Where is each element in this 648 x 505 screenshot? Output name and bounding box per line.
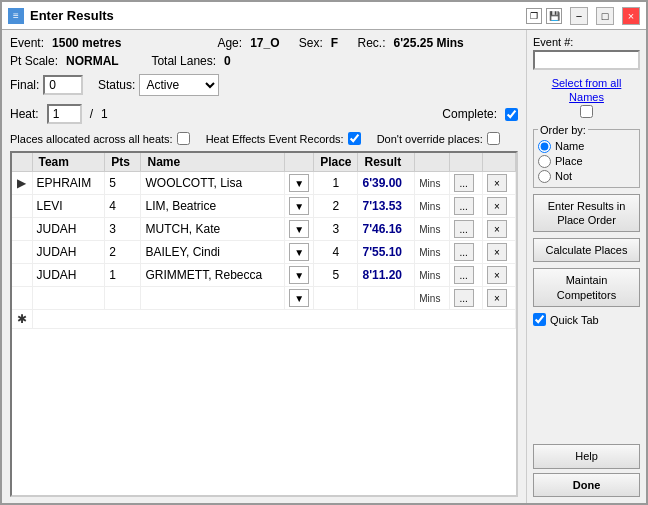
- age-label: Age:: [217, 36, 242, 50]
- enter-results-button[interactable]: Enter Results in Place Order: [533, 194, 640, 233]
- row-dropdown-btn[interactable]: ▼: [289, 243, 309, 261]
- heat-input[interactable]: [47, 104, 82, 124]
- save-icon-btn[interactable]: 💾: [546, 8, 562, 24]
- row-marker: [12, 287, 32, 310]
- row-marker: ▶: [12, 172, 32, 195]
- row-dropdown-cell: ▼: [285, 264, 314, 287]
- title-bar-left: ≡ Enter Results: [8, 8, 114, 24]
- row-dropdown-cell: ▼: [285, 172, 314, 195]
- row-unit: Mins: [415, 172, 449, 195]
- row-close-btn[interactable]: ×: [487, 289, 507, 307]
- radio-group: Name Place Not: [538, 140, 635, 183]
- main-panel: Event: 1500 metres Age: 17_O Sex: F Rec.…: [2, 30, 526, 503]
- row-action1-cell: ...: [449, 172, 482, 195]
- heat-effects-checkbox[interactable]: [348, 132, 361, 145]
- window-icon: ≡: [8, 8, 24, 24]
- col-unit: [415, 153, 449, 172]
- row-dropdown-btn[interactable]: ▼: [289, 174, 309, 192]
- quick-tab-label: Quick Tab: [550, 314, 599, 326]
- complete-checkbox[interactable]: [505, 108, 518, 121]
- heat-label: Heat:: [10, 107, 39, 121]
- radio-not-input[interactable]: [538, 170, 551, 183]
- no-override-checkbox[interactable]: [487, 132, 500, 145]
- row-close-btn[interactable]: ×: [487, 266, 507, 284]
- minimize-button[interactable]: −: [570, 7, 588, 25]
- col-place: Place: [314, 153, 358, 172]
- radio-place[interactable]: Place: [538, 155, 635, 168]
- close-button[interactable]: ×: [622, 7, 640, 25]
- calculate-places-button[interactable]: Calculate Places: [533, 238, 640, 262]
- select-all-group: Select from all Names: [533, 76, 640, 118]
- row-action2-cell: ×: [482, 264, 515, 287]
- row-dots-btn[interactable]: ...: [454, 266, 474, 284]
- row-dropdown-cell: ▼: [285, 195, 314, 218]
- final-input[interactable]: [43, 75, 83, 95]
- table-row: JUDAH 2 BAILEY, Cindi ▼ 4 7'55.10 Mins .…: [12, 241, 516, 264]
- row-place: 5: [314, 264, 358, 287]
- row-team: JUDAH: [32, 218, 105, 241]
- row-name: BAILEY, Cindi: [141, 241, 285, 264]
- event-value: 1500 metres: [52, 36, 121, 50]
- col-action2: [482, 153, 515, 172]
- row-dropdown-btn[interactable]: ▼: [289, 197, 309, 215]
- heat-of: /: [90, 107, 93, 121]
- radio-place-label: Place: [555, 155, 583, 167]
- row-action2-cell: ×: [482, 287, 515, 310]
- row-dots-btn[interactable]: ...: [454, 197, 474, 215]
- col-team: Team: [32, 153, 105, 172]
- row-action2-cell: ×: [482, 195, 515, 218]
- done-button[interactable]: Done: [533, 473, 640, 497]
- event-num-input[interactable]: [533, 50, 640, 70]
- row-dropdown-btn[interactable]: ▼: [289, 220, 309, 238]
- select-all-link[interactable]: Select from all Names: [533, 76, 640, 105]
- row-close-btn[interactable]: ×: [487, 197, 507, 215]
- row-pts-empty: [105, 287, 141, 310]
- row-dropdown-cell: ▼: [285, 287, 314, 310]
- radio-place-input[interactable]: [538, 155, 551, 168]
- no-override-group: Don't override places:: [377, 132, 500, 145]
- table-new-row: ▼ Mins ... ×: [12, 287, 516, 310]
- maximize-button[interactable]: □: [596, 7, 614, 25]
- col-pts: Pts: [105, 153, 141, 172]
- row-name: WOOLCOTT, Lisa: [141, 172, 285, 195]
- row-dots-btn[interactable]: ...: [454, 174, 474, 192]
- title-bar: ≡ Enter Results ❐ 💾 − □ ×: [2, 2, 646, 30]
- row-close-btn[interactable]: ×: [487, 243, 507, 261]
- radio-name[interactable]: Name: [538, 140, 635, 153]
- select-all-checkbox-group: [533, 105, 640, 118]
- row-dropdown-cell: ▼: [285, 241, 314, 264]
- row-result: 7'55.10: [358, 241, 415, 264]
- table-header-row: Team Pts Name Place Result: [12, 153, 516, 172]
- quick-tab-row: Quick Tab: [533, 313, 640, 326]
- radio-name-label: Name: [555, 140, 584, 152]
- maintain-competitors-button[interactable]: Maintain Competitors: [533, 268, 640, 307]
- quick-tab-checkbox[interactable]: [533, 313, 546, 326]
- places-checkbox[interactable]: [177, 132, 190, 145]
- row-place: 1: [314, 172, 358, 195]
- help-button[interactable]: Help: [533, 444, 640, 468]
- sex-label: Sex:: [299, 36, 323, 50]
- radio-not[interactable]: Not: [538, 170, 635, 183]
- results-table-container: Team Pts Name Place Result: [10, 151, 518, 497]
- row-action1-cell: ...: [449, 287, 482, 310]
- event-label: Event:: [10, 36, 44, 50]
- main-window: ≡ Enter Results ❐ 💾 − □ × Event: 1500 me…: [0, 0, 648, 505]
- title-controls: ❐ 💾 − □ ×: [526, 7, 640, 25]
- row-dropdown-btn[interactable]: ▼: [289, 289, 309, 307]
- row-close-btn[interactable]: ×: [487, 174, 507, 192]
- table-row: ▶ EPHRAIM 5 WOOLCOTT, Lisa ▼ 1 6'39.00 M…: [12, 172, 516, 195]
- row-dots-btn[interactable]: ...: [454, 289, 474, 307]
- event-num-label: Event #:: [533, 36, 640, 48]
- status-select[interactable]: Active Pending Closed: [139, 74, 219, 96]
- row-close-btn[interactable]: ×: [487, 220, 507, 238]
- row-pts: 5: [105, 172, 141, 195]
- select-all-checkbox[interactable]: [580, 105, 593, 118]
- row-dots-btn[interactable]: ...: [454, 220, 474, 238]
- row-dropdown-btn[interactable]: ▼: [289, 266, 309, 284]
- row-unit: Mins: [415, 287, 449, 310]
- content-area: Event: 1500 metres Age: 17_O Sex: F Rec.…: [2, 30, 646, 503]
- row-dots-btn[interactable]: ...: [454, 243, 474, 261]
- final-label: Final:: [10, 78, 39, 92]
- copy-icon-btn[interactable]: ❐: [526, 8, 542, 24]
- radio-name-input[interactable]: [538, 140, 551, 153]
